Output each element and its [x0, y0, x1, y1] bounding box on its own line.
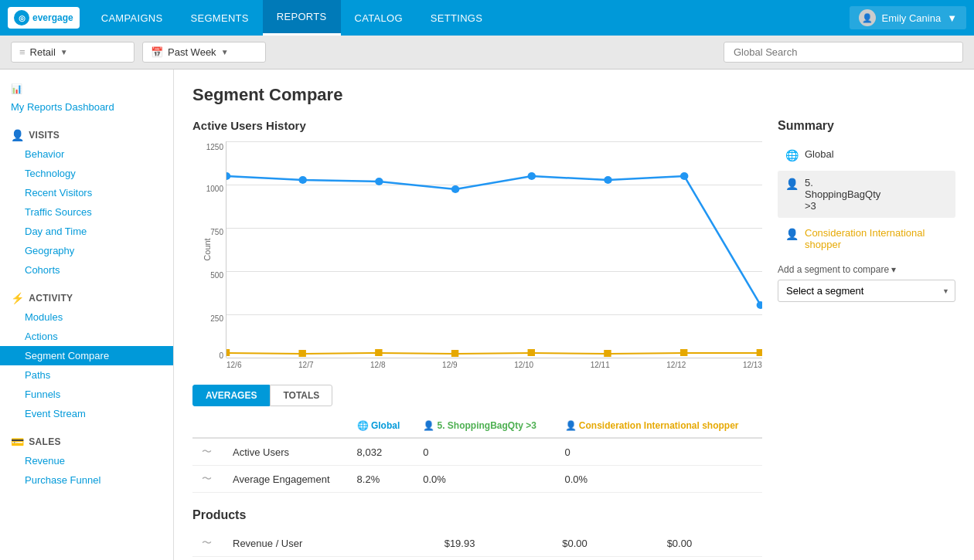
blue-dot-6	[604, 176, 612, 184]
gold-dot-8	[757, 349, 762, 356]
user-avatar: 👤	[859, 9, 876, 26]
sidebar-sales-header: 💳 Sales	[0, 429, 173, 451]
avg-engagement-shopping: 0.0%	[414, 466, 555, 493]
gold-dot-1	[226, 349, 230, 356]
global-icon: 🌐	[785, 149, 799, 161]
store-dropdown[interactable]: ≡ Retail ▼	[11, 42, 135, 63]
summary-item-consideration: 👤 Consideration International shopper	[778, 221, 955, 256]
date-label: Past Week	[168, 46, 216, 58]
sidebar-item-recent-visitors[interactable]: Recent Visitors	[0, 183, 173, 202]
th-metric	[223, 414, 348, 438]
th-icon	[192, 414, 223, 438]
products-table: 〜 Revenue / User $19.93 $0.00 $0.00	[192, 530, 762, 557]
y-tick-0: 0	[197, 351, 223, 360]
sidebar-item-funnels[interactable]: Funnels	[0, 385, 173, 404]
avg-engagement-consideration: 0.0%	[556, 466, 763, 493]
avg-engagement-global: 8.2%	[348, 466, 414, 493]
add-segment-label: Add a segment to compare ▾	[778, 264, 896, 275]
products-icon: 〜	[192, 530, 223, 557]
store-dropdown-arrow: ▼	[60, 48, 68, 56]
metric-active-users: Active Users	[223, 438, 348, 466]
nav-links: CAMPAIGNS SEGMENTS REPORTS CATALOG SETTI…	[87, 0, 850, 36]
blue-dot-4	[451, 185, 460, 193]
chart-svg	[226, 141, 762, 358]
sidebar-item-segment-compare[interactable]: Segment Compare	[0, 346, 173, 365]
nav-settings[interactable]: SETTINGS	[417, 0, 496, 36]
gold-dot-4	[451, 350, 458, 357]
th-global: 🌐 Global	[348, 414, 414, 438]
x-label-4: 12/9	[442, 361, 457, 369]
blue-dot-1	[226, 172, 230, 180]
sidebar-item-event-stream[interactable]: Event Stream	[0, 404, 173, 423]
date-dropdown[interactable]: 📅 Past Week ▼	[142, 42, 266, 63]
sidebar-item-traffic-sources[interactable]: Traffic Sources	[0, 202, 173, 222]
gold-dot-2	[298, 350, 305, 357]
chart-y-label: Count	[203, 238, 212, 260]
logo[interactable]: ◎ evergage	[8, 7, 80, 29]
sidebar-item-actions[interactable]: Actions	[0, 327, 173, 346]
activity-icon: ⚡	[11, 292, 24, 304]
products-shopping: $0.00	[553, 530, 657, 557]
sidebar-item-geography[interactable]: Geography	[0, 241, 173, 260]
sub-nav: ≡ Retail ▼ 📅 Past Week ▼	[0, 36, 974, 70]
main-layout: 📊 My Reports Dashboard 👤 Visits Behavior…	[0, 70, 974, 560]
sidebar: 📊 My Reports Dashboard 👤 Visits Behavior…	[0, 70, 174, 560]
y-tick-1250: 1250	[197, 143, 223, 151]
sidebar-item-modules[interactable]: Modules	[0, 307, 173, 327]
sidebar-item-paths[interactable]: Paths	[0, 365, 173, 385]
blue-dot-7	[680, 172, 689, 180]
table-row: 〜 Average Engagement 8.2% 0.0% 0.0%	[192, 466, 762, 493]
visits-icon: 👤	[11, 129, 24, 141]
logo-text: evergage	[32, 12, 73, 23]
logo-icon: ◎	[14, 10, 29, 25]
nav-reports[interactable]: REPORTS	[263, 0, 341, 36]
summary-item-global: 🌐 Global	[778, 142, 955, 168]
nav-segments[interactable]: SEGMENTS	[176, 0, 262, 36]
x-label-7: 12/12	[666, 361, 686, 369]
blue-dot-2	[298, 176, 307, 184]
page-title: Segment Compare	[192, 85, 955, 105]
y-tick-1000: 1000	[197, 185, 223, 193]
sidebar-item-behavior[interactable]: Behavior	[0, 144, 173, 164]
summary-panel: Summary 🌐 Global 👤 5.ShoppingBagQty>3 👤 …	[778, 119, 955, 557]
segment-select-wrapper: Select a segment	[778, 280, 955, 302]
sidebar-item-technology[interactable]: Technology	[0, 164, 173, 183]
sidebar-item-day-and-time[interactable]: Day and Time	[0, 222, 173, 241]
sidebar-item-revenue[interactable]: Revenue	[0, 451, 173, 470]
visits-label: Visits	[29, 130, 60, 141]
active-users-consideration: 0	[556, 438, 763, 466]
summary-title: Summary	[778, 119, 955, 133]
sales-label: Sales	[29, 436, 61, 447]
user-menu[interactable]: 👤 Emily Canina ▼	[850, 6, 966, 29]
table-tabs: AVERAGES TOTALS	[192, 385, 762, 406]
th-consideration: 👤 Consideration International shopper	[556, 414, 763, 438]
shopping-icon: 👤	[785, 178, 799, 190]
products-row: 〜 Revenue / User $19.93 $0.00 $0.00	[192, 530, 762, 557]
top-nav: ◎ evergage CAMPAIGNS SEGMENTS REPORTS CA…	[0, 0, 974, 36]
row-icon-1: 〜	[192, 438, 223, 466]
tab-averages[interactable]: AVERAGES	[192, 385, 270, 406]
consideration-icon: 👤	[785, 228, 799, 240]
summary-global-text: Global	[805, 148, 834, 160]
table-section: AVERAGES TOTALS 🌐 Global	[192, 385, 762, 557]
segment-select[interactable]: Select a segment	[778, 280, 955, 302]
table-header-row: 🌐 Global 👤 5. ShoppingBagQty >3 👤 Consid…	[192, 414, 762, 438]
sidebar-item-cohorts[interactable]: Cohorts	[0, 260, 173, 280]
blue-line	[226, 176, 761, 305]
chart-title: Active Users History	[192, 119, 762, 132]
sidebar-item-my-reports[interactable]: My Reports Dashboard	[0, 97, 173, 117]
sidebar-item-purchase-funnel[interactable]: Purchase Funnel	[0, 470, 173, 490]
add-segment[interactable]: Add a segment to compare ▾	[778, 264, 955, 275]
sidebar-visits-header: 👤 Visits	[0, 123, 173, 144]
blue-dot-8	[757, 301, 762, 309]
activity-label: Activity	[29, 293, 73, 304]
tab-totals[interactable]: TOTALS	[270, 385, 332, 406]
gold-dot-6	[604, 350, 611, 357]
nav-catalog[interactable]: CATALOG	[341, 0, 417, 36]
global-search-input[interactable]	[724, 42, 963, 63]
products-consideration: $0.00	[658, 530, 762, 557]
y-tick-500: 500	[197, 271, 223, 280]
chart-x-labels: 12/6 12/7 12/8 12/9 12/10 12/11 12/12 12…	[226, 361, 762, 369]
nav-campaigns[interactable]: CAMPAIGNS	[87, 0, 177, 36]
user-dropdown-arrow: ▼	[947, 12, 957, 24]
